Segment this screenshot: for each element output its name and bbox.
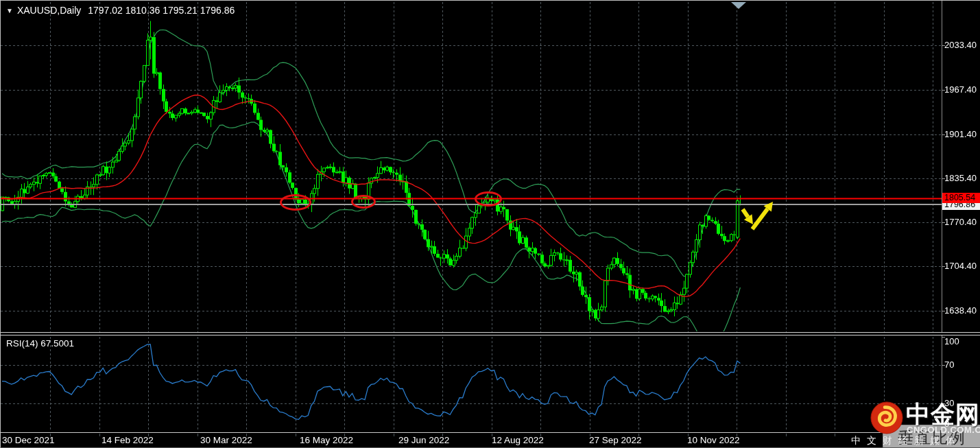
rsi-axis-label: 70 xyxy=(944,359,954,370)
time-axis-label: 10 Nov 2022 xyxy=(687,435,740,445)
time-axis-label: 29 Jun 2022 xyxy=(398,435,449,445)
chart-window: ▼XAUUSD,Daily1797.02 1810.36 1795.21 179… xyxy=(0,0,980,448)
rsi-indicator-label: RSI(14) 67.5001 xyxy=(6,338,74,349)
panel-separator[interactable] xyxy=(1,332,980,335)
rsi-axis-label: 30 xyxy=(944,398,954,408)
time-axis-label: 16 May 2022 xyxy=(300,435,353,445)
rsi-axis-label: 100 xyxy=(944,336,959,346)
symbol-title: XAUUSD,Daily xyxy=(17,5,81,16)
rsi-axis-label: 0 xyxy=(944,418,949,429)
time-axis-label: 30 Mar 2022 xyxy=(200,435,252,445)
time-axis-label: 30 Dec 2021 xyxy=(2,435,55,445)
time-axis-separator xyxy=(1,432,980,433)
time-axis[interactable]: 30 Dec 202114 Feb 202230 Mar 202216 May … xyxy=(1,434,942,448)
time-axis-label: 14 Feb 2022 xyxy=(101,435,154,445)
collapse-icon[interactable]: ▼ xyxy=(6,7,13,14)
trend-arrows[interactable] xyxy=(1,1,980,448)
time-axis-label: 12 Aug 2022 xyxy=(492,435,544,445)
watermark-tagline: 中文财经新媒体 xyxy=(851,435,961,447)
rsi-axis[interactable]: 10070300 xyxy=(942,1,980,432)
chart-header: ▼XAUUSD,Daily1797.02 1810.36 1795.21 179… xyxy=(6,5,235,16)
cngold-logo-icon xyxy=(870,401,903,434)
time-axis-label: 27 Sep 2022 xyxy=(589,435,642,445)
ohlc-values: 1797.02 1810.36 1795.21 1796.86 xyxy=(88,5,235,16)
last-bar-marker-icon[interactable] xyxy=(731,2,746,9)
